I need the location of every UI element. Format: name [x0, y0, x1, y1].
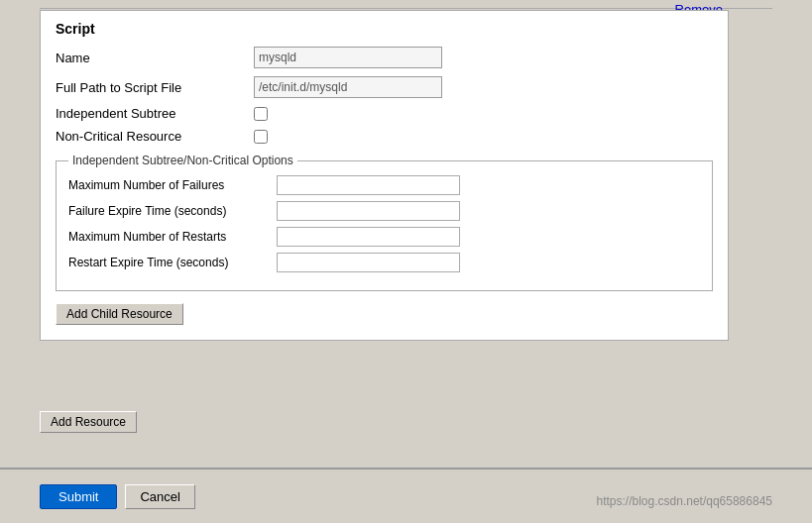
restart-expire-input[interactable]	[277, 253, 460, 272]
restart-expire-label: Restart Expire Time (seconds)	[68, 256, 277, 269]
independent-subtree-checkbox[interactable]	[254, 107, 268, 121]
full-path-row: Full Path to Script File	[56, 76, 713, 98]
main-container: Remove Script Name Full Path to Script F…	[0, 0, 812, 523]
script-section: Script Name Full Path to Script File Ind…	[40, 10, 729, 341]
full-path-input[interactable]	[254, 76, 442, 98]
name-row: Name	[56, 47, 713, 68]
non-critical-label: Non-Critical Resource	[56, 129, 254, 144]
footer-bar: Submit Cancel https://blog.csdn.net/qq65…	[0, 469, 812, 523]
failure-expire-label: Failure Expire Time (seconds)	[68, 204, 277, 218]
non-critical-checkbox[interactable]	[254, 130, 268, 144]
name-input[interactable]	[254, 47, 442, 68]
cancel-button[interactable]: Cancel	[125, 484, 194, 509]
max-failures-label: Maximum Number of Failures	[68, 178, 277, 192]
max-restarts-input[interactable]	[277, 227, 460, 247]
options-fieldset: Independent Subtree/Non-Critical Options…	[56, 154, 713, 291]
failure-expire-row: Failure Expire Time (seconds)	[68, 201, 700, 221]
max-failures-input[interactable]	[277, 175, 460, 195]
watermark-text: https://blog.csdn.net/qq65886845	[597, 494, 772, 508]
non-critical-row: Non-Critical Resource	[56, 129, 713, 144]
add-resource-container: Add Resource	[40, 411, 137, 433]
independent-subtree-label: Independent Subtree	[56, 106, 254, 121]
independent-subtree-row: Independent Subtree	[56, 106, 713, 121]
add-resource-button[interactable]: Add Resource	[40, 411, 137, 433]
script-section-title: Script	[56, 21, 713, 37]
failure-expire-input[interactable]	[277, 201, 460, 221]
max-restarts-label: Maximum Number of Restarts	[68, 230, 277, 244]
submit-button[interactable]: Submit	[40, 484, 117, 509]
options-legend: Independent Subtree/Non-Critical Options	[68, 154, 297, 167]
restart-expire-row: Restart Expire Time (seconds)	[68, 253, 700, 272]
max-restarts-row: Maximum Number of Restarts	[68, 227, 700, 247]
max-failures-row: Maximum Number of Failures	[68, 175, 700, 195]
name-label: Name	[56, 51, 254, 65]
separator-line	[40, 8, 772, 9]
full-path-label: Full Path to Script File	[56, 80, 254, 95]
add-child-resource-button[interactable]: Add Child Resource	[56, 303, 183, 325]
